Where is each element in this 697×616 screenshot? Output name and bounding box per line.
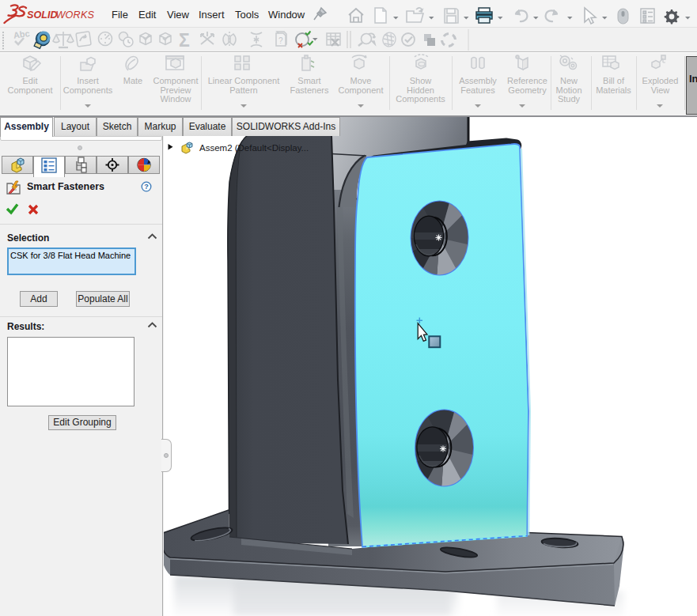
svg-text:WORKS: WORKS [56, 9, 95, 21]
svg-text:Σ: Σ [179, 30, 190, 51]
svg-text:?: ? [278, 36, 283, 45]
svg-text:Assem2 (Default<Display...: Assem2 (Default<Display... [199, 143, 309, 153]
svg-text:?: ? [144, 183, 149, 191]
svg-text:SOLID: SOLID [27, 9, 57, 21]
svg-text:Abc: Abc [13, 28, 30, 40]
